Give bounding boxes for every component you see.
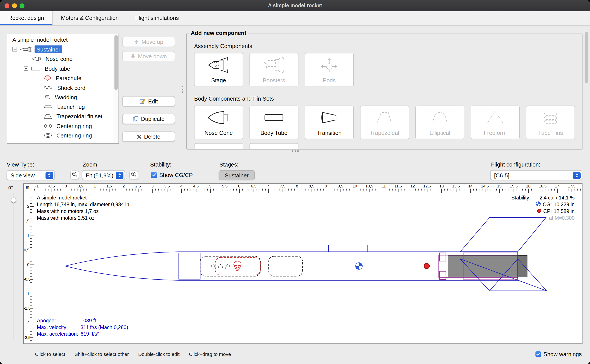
add-tube-fins-button: Tube Fins xyxy=(526,106,575,139)
stages-label: Stages: xyxy=(219,161,239,168)
section-label-assembly-components: Assembly Components xyxy=(194,43,252,49)
rotation-slider-knob[interactable] xyxy=(11,198,16,203)
show-cg-cp-label: Show CG/CP xyxy=(159,172,193,178)
add-elliptical-button: Elliptical xyxy=(416,106,464,139)
nose-cone-card-icon xyxy=(194,109,242,126)
view-toolbar: View Type: Side view Zoom: Fit (51,9%) S… xyxy=(0,158,590,183)
minimize-window-button[interactable] xyxy=(12,3,17,8)
zoom-out-icon xyxy=(72,171,78,178)
flight-configuration-select[interactable]: [C6-5] xyxy=(490,170,582,180)
tree-item-inner-tube[interactable]: Inner Tube xyxy=(7,140,113,143)
hint-shift-click-to-select-other: Shift+click to select other xyxy=(74,351,129,357)
tree-expander-icon[interactable]: − xyxy=(13,47,17,52)
tree-scrollbar[interactable] xyxy=(113,34,119,143)
tree-item-sustainer[interactable]: −Sustainer xyxy=(7,45,113,54)
splitter-grip-icon[interactable] xyxy=(182,86,183,93)
partial-card xyxy=(249,143,299,150)
add-new-component-title: Add new component xyxy=(189,30,248,36)
view-type-select[interactable]: Side view xyxy=(7,170,55,180)
zoom-in-icon xyxy=(131,171,137,178)
tree-item-centering-ring[interactable]: Centering ring xyxy=(7,131,113,140)
move-up-button: Move up xyxy=(122,37,175,47)
info-line: Length 16,748 in, max. diameter 0,984 in xyxy=(37,202,129,208)
arrow-up-icon xyxy=(134,39,139,44)
cp-label: CP: xyxy=(543,208,552,215)
cg-row: CG: 10,229 in xyxy=(511,202,575,208)
parachute-symbol xyxy=(234,261,241,271)
tree-item-nose-cone[interactable]: Nose cone xyxy=(7,54,113,64)
add-new-component-panel: Assembly ComponentsStageBoostersPodsBody… xyxy=(186,33,582,150)
toolbar-divider xyxy=(206,162,206,182)
delete-x-icon xyxy=(137,134,141,139)
panel-scrollbar-thumb[interactable] xyxy=(585,32,588,83)
delete-button[interactable]: Delete xyxy=(122,132,175,142)
tab-rocket-design[interactable]: Rocket design xyxy=(0,11,53,25)
duplicate-copy-icon xyxy=(133,116,138,122)
duplicate-button[interactable]: Duplicate xyxy=(122,114,175,124)
show-cg-cp-checkbox[interactable]: Show CG/CP xyxy=(151,172,193,178)
rocket-view-canvas[interactable]: in -1-0,500,511,522,533,544,555,566,577,… xyxy=(23,183,583,344)
tree-item-trapezoidal-fin-set[interactable]: Trapezoidal fin set xyxy=(7,111,113,121)
hint-click-to-select: Click to select xyxy=(35,351,65,357)
checkbox-check-icon[interactable] xyxy=(536,351,541,357)
add-pods-button: Pods xyxy=(305,53,354,86)
cp-symbol xyxy=(424,263,429,269)
window-title: A simple model rocket xyxy=(0,0,590,11)
nose-cone-icon xyxy=(32,57,41,61)
tree-item-launch-lug[interactable]: Launch lug xyxy=(7,102,113,112)
move-up-label: Move up xyxy=(142,39,163,45)
add-body-tube-button[interactable]: Body Tube xyxy=(249,106,299,139)
zoom-in-button[interactable] xyxy=(129,171,138,179)
edit-button[interactable]: Edit xyxy=(122,96,175,106)
airframe-outline xyxy=(65,218,547,291)
tree-scrollbar-thumb[interactable] xyxy=(114,35,118,90)
hint-bar: Click to selectShift+click to select oth… xyxy=(0,344,590,364)
tree-item-centering-ring[interactable]: Centering ring xyxy=(7,121,113,131)
duplicate-label: Duplicate xyxy=(141,116,165,122)
splitter-grip-horizontal-icon[interactable] xyxy=(292,150,299,152)
tree-item-body-tube[interactable]: −Body tube xyxy=(7,64,113,73)
main-tabs: Rocket designMotors & ConfigurationFligh… xyxy=(0,11,590,26)
centering-ring-icon xyxy=(44,133,53,138)
cp-row: CP: 12,589 in xyxy=(511,208,575,215)
rotation-slider[interactable] xyxy=(13,193,14,340)
stage-toggle-sustainer[interactable]: Sustainer xyxy=(219,170,255,180)
component-tree[interactable]: A simple model rocket−SustainerNose cone… xyxy=(7,34,119,143)
cg-icon xyxy=(536,202,541,208)
select-stepper-icon xyxy=(46,171,53,179)
tab-motors-configuration[interactable]: Motors & Configuration xyxy=(53,11,127,25)
section-label-body-components-and-fin-sets: Body Components and Fin Sets xyxy=(194,95,274,102)
show-warnings-checkbox[interactable]: Show warnings xyxy=(536,351,582,357)
add-nose-cone-button[interactable]: Nose Cone xyxy=(194,106,243,139)
mach-note: at M=0,300 xyxy=(511,215,575,222)
stability-stat-value: 2,4 cal / 14,1 % xyxy=(540,195,575,202)
zoom-window-button[interactable] xyxy=(20,3,25,8)
tree-item-wadding[interactable]: Wadding xyxy=(7,92,113,102)
zoom-select[interactable]: Fit (51,9%) xyxy=(82,170,125,180)
add-freeform-button: Freeform xyxy=(471,106,520,139)
add-stage-button[interactable]: Stage xyxy=(194,53,243,86)
zoom-value: Fit (51,9%) xyxy=(86,172,114,178)
info-line: Mass with no motors 1,7 oz xyxy=(37,208,129,215)
cp-icon xyxy=(537,208,542,215)
move-down-label: Move down xyxy=(138,53,167,59)
stability-stat-label: Stability: xyxy=(511,195,530,202)
parachute-icon xyxy=(44,76,52,81)
tree-expander-icon[interactable]: − xyxy=(24,66,28,71)
close-window-button[interactable] xyxy=(5,3,9,8)
zoom-label: Zoom: xyxy=(83,161,99,168)
stage-icon xyxy=(194,56,242,73)
tab-flight-simulations[interactable]: Flight simulations xyxy=(127,11,187,25)
tree-item-root[interactable]: A simple model rocket xyxy=(7,35,113,45)
tree-item-shock-cord[interactable]: Shock cord xyxy=(7,83,113,92)
info-line: A simple model rocket xyxy=(37,195,129,202)
design-pane: A simple model rocket−SustainerNose cone… xyxy=(0,26,590,158)
stability-stats: Stability: 2,4 cal / 14,1 % CG: 10,229 i… xyxy=(511,195,575,222)
view-type-label: View Type: xyxy=(7,161,34,168)
checkbox-check-icon[interactable] xyxy=(151,172,157,178)
tree-item-parachute[interactable]: Parachute xyxy=(7,73,113,83)
zoom-out-button[interactable] xyxy=(70,171,79,179)
info-line: Mass with motors 2,51 oz xyxy=(37,215,129,222)
add-transition-button[interactable]: Transition xyxy=(305,106,354,139)
stability-row: Stability: 2,4 cal / 14,1 % xyxy=(511,195,575,202)
